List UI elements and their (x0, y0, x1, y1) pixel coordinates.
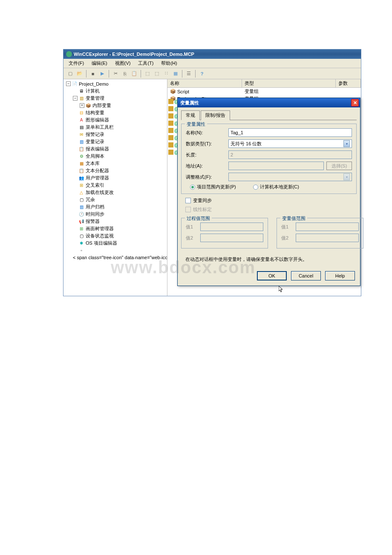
tree-panel[interactable]: − 📄 Project_Demo 🖥计算机 −▥变量管理 +📦内部变量 ⊟结构变… (63, 79, 167, 296)
lbl-length: 长度: (186, 152, 228, 158)
tree-item[interactable]: ⊞交叉索引 (64, 182, 166, 189)
tree-item[interactable]: ✉报警记录 (64, 131, 166, 138)
list-header: 名称 类型 参数 (167, 79, 361, 88)
dialog-titlebar[interactable]: 变量属性 ✕ (178, 98, 360, 107)
tree-item[interactable]: 📋报表编辑器 (64, 145, 166, 153)
tree-item[interactable]: < span class="tree-icon" data-name="web-… (64, 254, 166, 261)
tag-icon (168, 106, 173, 111)
tool2-icon[interactable]: ⬚ (153, 69, 161, 78)
tab-limit[interactable]: 限制/报告 (201, 110, 230, 120)
struct-icon: ⊟ (78, 110, 84, 116)
radio-project-update[interactable]: 项目范围内更新(P) (190, 184, 236, 190)
tree-item[interactable]: 📋文本分配器 (64, 167, 166, 174)
name-field[interactable] (228, 128, 352, 137)
close-icon[interactable]: ✕ (351, 99, 359, 107)
new-icon[interactable]: ▢ (66, 69, 75, 78)
textdist-icon: 📋 (78, 168, 84, 174)
dialog-title: 变量属性 (180, 100, 199, 106)
col-param[interactable]: 参数 (336, 79, 361, 87)
col-type[interactable]: 类型 (242, 79, 336, 87)
fieldset-tag-range: 变量值范围 值1 值2 (277, 218, 363, 249)
menu-file[interactable]: 文件(F) (65, 59, 87, 67)
window-title: WinCCExplorer - E:\Project_Demo\Project_… (74, 52, 194, 57)
props-icon[interactable]: ☰ (184, 69, 193, 78)
length-field (228, 150, 352, 159)
tab-bar: 常规 限制/报告 (181, 110, 357, 120)
textlib-icon: ▦ (78, 161, 84, 167)
ok-button[interactable]: OK (257, 271, 287, 280)
grid-icon[interactable]: ▦ (171, 69, 180, 78)
help-icon[interactable]: ? (198, 69, 206, 78)
tree-item[interactable]: ▫ (64, 247, 166, 254)
address-field (228, 162, 324, 170)
collapse-icon[interactable]: − (73, 96, 78, 101)
load-icon: △ (78, 190, 84, 196)
collapse-icon[interactable]: − (66, 81, 71, 86)
checkbox-linear: 线性标定 (185, 206, 357, 213)
tag-icon (168, 99, 173, 104)
process-v2 (200, 234, 263, 242)
lbl-datatype: 数据类型(T): (186, 141, 228, 147)
tree-item[interactable]: −▥变量管理 (64, 95, 166, 102)
list-row[interactable]: 📦Script 变量组 (167, 88, 361, 95)
paste-icon[interactable]: 📋 (130, 69, 138, 78)
play-icon[interactable]: ▶ (98, 69, 107, 78)
tree-item[interactable]: 🕐时间同步 (64, 211, 166, 218)
xref-icon: ⊞ (78, 182, 84, 188)
tree-item[interactable]: ▤菜单和工具栏 (64, 124, 166, 131)
tag-icon (168, 135, 173, 140)
menu-tools[interactable]: 工具(T) (135, 59, 157, 67)
cut-icon[interactable]: ✂ (111, 69, 120, 78)
chevron-down-icon: ▾ (343, 173, 350, 180)
device-icon: ▢ (78, 233, 84, 239)
tab-general[interactable]: 常规 (181, 110, 200, 120)
tree-item[interactable]: ▥用户归档 (64, 203, 166, 211)
tool3-icon[interactable]: ∷ (162, 69, 170, 78)
tag-icon (168, 150, 173, 155)
menu-help[interactable]: 帮助(H) (158, 59, 180, 67)
tree-root[interactable]: − 📄 Project_Demo (64, 80, 166, 87)
copy-icon[interactable]: ⎘ (121, 69, 129, 78)
clock-icon: 🕐 (78, 211, 84, 217)
tree-item[interactable]: ⊞画面树管理器 (64, 225, 166, 232)
legend-props: 变量属性 (185, 121, 207, 127)
stop-icon[interactable]: ■ (89, 69, 97, 78)
tree-label: Project_Demo (79, 81, 109, 87)
col-name[interactable]: 名称 (167, 79, 242, 87)
tree-item[interactable]: A图形编辑器 (64, 116, 166, 124)
tree-item[interactable]: ✱OS 项目编辑器 (64, 240, 166, 247)
open-icon[interactable]: 📂 (75, 69, 84, 78)
datatype-select[interactable]: 无符号 16 位数 ▾ (228, 139, 352, 148)
project-icon: 📄 (72, 81, 78, 87)
process-v1 (200, 223, 263, 231)
tool1-icon[interactable]: ⬚ (143, 69, 152, 78)
chevron-down-icon[interactable]: ▾ (343, 140, 350, 147)
tree-item[interactable]: ▦文本库 (64, 160, 166, 167)
titlebar: WinCCExplorer - E:\Project_Demo\Project_… (63, 49, 361, 59)
tree-item[interactable]: ▥变量记录 (64, 138, 166, 145)
tree-item[interactable]: 🖥计算机 (64, 87, 166, 95)
help-button[interactable]: Help (325, 271, 355, 280)
menu-edit[interactable]: 编辑(E) (88, 59, 111, 67)
tree-item[interactable]: 👥用户管理器 (64, 174, 166, 182)
tree-item[interactable]: △加载在线更改 (64, 189, 166, 196)
tag-icon (168, 128, 173, 133)
tree-item[interactable]: ⚙全局脚本 (64, 153, 166, 160)
expand-icon[interactable]: + (80, 103, 84, 108)
report-icon: 📋 (78, 146, 84, 152)
redundancy-icon: ▢ (78, 197, 84, 203)
fieldset-process-range: 过程值范围 值1 值2 (181, 218, 268, 249)
checkbox-sync[interactable]: 变量同步 (185, 197, 357, 204)
lbl-name: 名称(N): (186, 130, 228, 136)
tree-item[interactable]: 📢报警器 (64, 218, 166, 225)
cancel-button[interactable]: Cancel (291, 271, 321, 280)
radio-computer-update[interactable]: 计算机本地更新(C) (253, 184, 299, 190)
tree-item[interactable]: ▢冗余 (64, 196, 166, 203)
tree-item[interactable]: +📦内部变量 (64, 102, 166, 109)
menu-view[interactable]: 视图(V) (112, 59, 134, 67)
os-editor-icon: ✱ (78, 240, 84, 246)
tree-item[interactable]: ⊟结构变量 (64, 109, 166, 116)
tag-icon (168, 113, 173, 119)
tree-item[interactable]: ▢设备状态监视 (64, 232, 166, 240)
internal-tag-icon: 📦 (85, 103, 91, 109)
